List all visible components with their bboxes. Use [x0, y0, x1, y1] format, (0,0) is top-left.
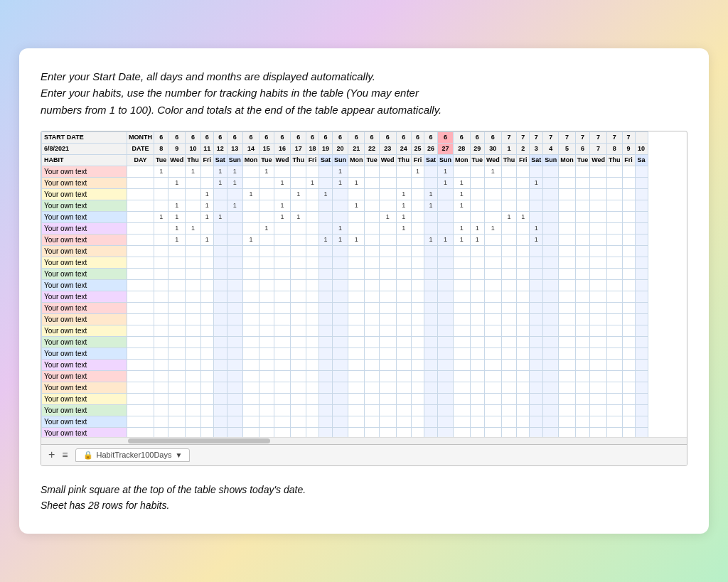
habit-label-cell[interactable]: Your own text	[42, 313, 127, 325]
habit-value-cell[interactable]	[306, 404, 318, 416]
habit-value-cell[interactable]	[306, 325, 318, 336]
habit-value-cell[interactable]	[379, 200, 396, 211]
habit-value-cell[interactable]	[227, 245, 242, 257]
habit-value-cell[interactable]	[412, 404, 424, 416]
habit-value-cell[interactable]	[622, 257, 635, 268]
habit-value-cell[interactable]	[348, 291, 365, 302]
habit-value-cell[interactable]	[306, 188, 318, 200]
habit-value-cell[interactable]: 1	[274, 200, 291, 211]
habit-value-cell[interactable]	[530, 200, 543, 211]
habit-value-cell[interactable]	[318, 245, 332, 257]
habit-value-cell[interactable]	[379, 234, 396, 245]
habit-value-cell[interactable]	[379, 382, 396, 393]
habit-value-cell[interactable]	[274, 302, 291, 313]
habit-value-cell[interactable]	[590, 347, 607, 359]
habit-value-cell[interactable]	[242, 302, 259, 313]
habit-value-cell[interactable]	[622, 177, 635, 188]
habit-value-cell[interactable]	[438, 336, 454, 347]
habit-value-cell[interactable]	[622, 200, 635, 211]
habit-value-cell[interactable]	[635, 370, 648, 382]
habit-value-cell[interactable]	[517, 404, 530, 416]
habit-value-cell[interactable]	[484, 177, 501, 188]
habit-value-cell[interactable]	[227, 325, 242, 336]
habit-value-cell[interactable]	[635, 336, 648, 347]
habit-value-cell[interactable]: 1	[200, 200, 213, 211]
habit-value-cell[interactable]	[348, 393, 365, 404]
habit-value-cell[interactable]	[259, 188, 274, 200]
habit-value-cell[interactable]	[635, 382, 648, 393]
habit-label-cell[interactable]: Your own text	[42, 234, 127, 245]
habit-value-cell[interactable]	[559, 291, 576, 302]
habit-value-cell[interactable]	[424, 347, 438, 359]
habit-value-cell[interactable]	[332, 370, 348, 382]
habit-value-cell[interactable]	[379, 393, 396, 404]
habit-label-cell[interactable]: Your own text	[42, 382, 127, 393]
habit-value-cell[interactable]	[200, 268, 213, 279]
habit-value-cell[interactable]	[332, 347, 348, 359]
habit-value-cell[interactable]	[213, 200, 227, 211]
habit-value-cell[interactable]	[575, 313, 589, 325]
habit-value-cell[interactable]	[259, 427, 274, 437]
habit-value-cell[interactable]	[227, 268, 242, 279]
habit-value-cell[interactable]	[607, 336, 623, 347]
habit-value-cell[interactable]	[454, 211, 471, 222]
habit-value-cell[interactable]	[318, 427, 332, 437]
habit-value-cell[interactable]	[365, 382, 379, 393]
habit-value-cell[interactable]	[168, 245, 186, 257]
habit-value-cell[interactable]	[590, 200, 607, 211]
habit-value-cell[interactable]	[291, 234, 306, 245]
habit-value-cell[interactable]	[530, 188, 543, 200]
habit-value-cell[interactable]	[396, 404, 412, 416]
habit-value-cell[interactable]	[501, 200, 517, 211]
habit-label-cell[interactable]: Your own text	[42, 427, 127, 437]
habit-value-cell[interactable]	[379, 222, 396, 234]
habit-value-cell[interactable]	[291, 257, 306, 268]
habit-value-cell[interactable]	[242, 257, 259, 268]
habit-value-cell[interactable]	[484, 382, 501, 393]
habit-value-cell[interactable]	[517, 302, 530, 313]
habit-value-cell[interactable]: 1	[168, 234, 186, 245]
habit-value-cell[interactable]	[607, 257, 623, 268]
habit-value-cell[interactable]	[470, 325, 484, 336]
habit-value-cell[interactable]	[168, 393, 186, 404]
habit-value-cell[interactable]	[186, 313, 201, 325]
habit-value-cell[interactable]	[365, 188, 379, 200]
habit-value-cell[interactable]	[396, 245, 412, 257]
habit-value-cell[interactable]	[259, 302, 274, 313]
habit-value-cell[interactable]	[607, 382, 623, 393]
habit-value-cell[interactable]	[291, 222, 306, 234]
habit-label-cell[interactable]: Your own text	[42, 177, 127, 188]
habit-value-cell[interactable]	[242, 313, 259, 325]
habit-value-cell[interactable]	[517, 359, 530, 370]
habit-value-cell[interactable]	[590, 234, 607, 245]
habit-value-cell[interactable]	[501, 370, 517, 382]
habit-value-cell[interactable]	[484, 279, 501, 291]
habit-value-cell[interactable]	[242, 427, 259, 437]
habit-value-cell[interactable]	[438, 257, 454, 268]
habit-value-cell[interactable]	[186, 393, 201, 404]
habit-value-cell[interactable]	[332, 200, 348, 211]
habit-value-cell[interactable]	[635, 313, 648, 325]
habit-value-cell[interactable]	[607, 222, 623, 234]
habit-value-cell[interactable]	[200, 166, 213, 177]
habit-value-cell[interactable]	[517, 416, 530, 427]
habit-value-cell[interactable]	[365, 257, 379, 268]
habit-value-cell[interactable]	[622, 370, 635, 382]
habit-value-cell[interactable]	[396, 359, 412, 370]
habit-value-cell[interactable]	[412, 234, 424, 245]
habit-value-cell[interactable]	[559, 404, 576, 416]
habit-value-cell[interactable]	[470, 313, 484, 325]
habit-value-cell[interactable]: 1	[530, 222, 543, 234]
habit-value-cell[interactable]: 1	[454, 200, 471, 211]
habit-value-cell[interactable]	[200, 393, 213, 404]
habit-value-cell[interactable]	[379, 416, 396, 427]
habit-value-cell[interactable]	[242, 393, 259, 404]
habit-value-cell[interactable]	[306, 370, 318, 382]
habit-value-cell[interactable]	[438, 416, 454, 427]
habit-value-cell[interactable]	[154, 325, 168, 336]
habit-value-cell[interactable]	[200, 177, 213, 188]
habit-value-cell[interactable]	[530, 166, 543, 177]
habit-value-cell[interactable]	[379, 268, 396, 279]
habit-value-cell[interactable]	[484, 404, 501, 416]
habit-value-cell[interactable]	[470, 291, 484, 302]
